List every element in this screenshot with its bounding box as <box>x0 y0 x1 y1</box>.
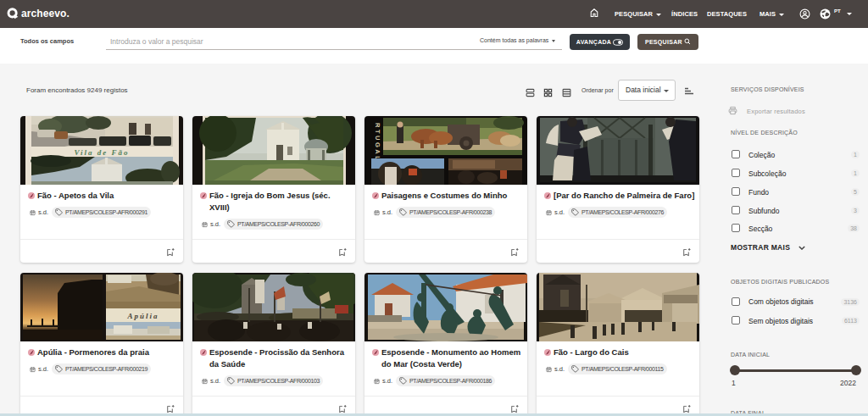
svg-text:Apúlia: Apúlia <box>126 312 159 320</box>
svg-text:RTUGAL: RTUGAL <box>374 123 381 162</box>
svg-text:Vila de Fão: Vila de Fão <box>74 148 129 157</box>
